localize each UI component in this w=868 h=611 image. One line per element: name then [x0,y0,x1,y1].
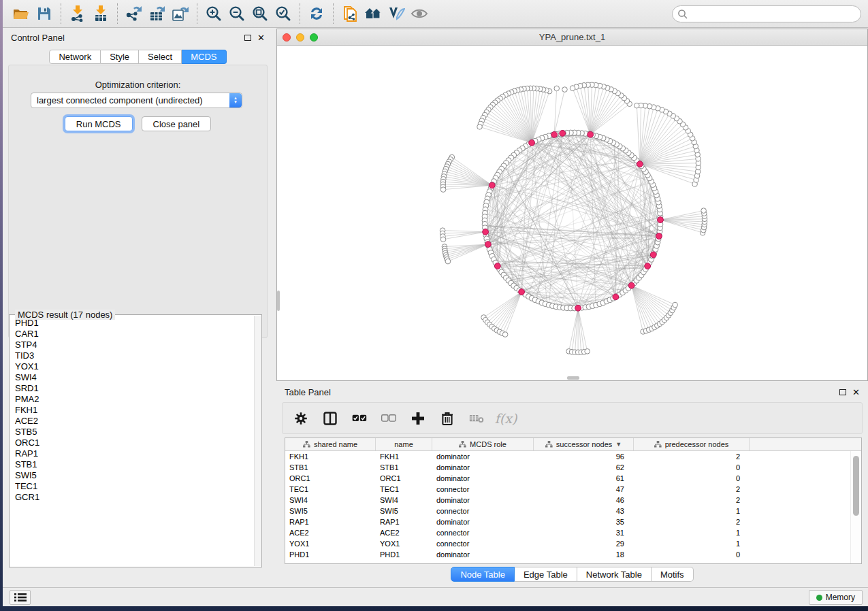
table-row[interactable]: RAP1RAP1dominator352 [285,516,861,527]
table-cell[interactable]: dominator [432,549,534,560]
network-node[interactable] [701,208,707,214]
open-file-icon[interactable] [10,3,33,24]
table-cell[interactable]: 1 [634,538,750,549]
float-table-panel-icon[interactable] [839,389,846,395]
export-table-icon[interactable] [146,3,169,24]
table-cell[interactable]: connector [432,538,534,549]
mcds-result-item[interactable]: ACE2 [10,416,253,427]
table-cell[interactable]: dominator [432,473,534,484]
table-cell[interactable]: 35 [534,516,634,527]
mcds-result-item[interactable]: YOX1 [10,361,253,372]
mcds-hub-node[interactable] [489,182,495,188]
column-header-successor-nodes[interactable]: successor nodes▼ [534,438,634,450]
mcds-hub-node[interactable] [483,229,489,235]
search-input[interactable] [690,9,847,19]
style-vision-icon[interactable] [385,3,408,24]
mcds-hub-node[interactable] [519,289,525,295]
tab-mcds[interactable]: MCDS [182,50,226,64]
network-node[interactable] [440,187,446,193]
table-cell[interactable]: PHD1 [376,549,432,560]
table-cell[interactable]: 0 [634,549,750,560]
table-cell[interactable]: 43 [534,506,634,516]
memory-button[interactable]: Memory [809,590,863,605]
table-cell[interactable]: RAP1 [376,516,432,527]
mcds-hub-node[interactable] [650,252,656,258]
mcds-hub-node[interactable] [494,263,500,269]
table-cell[interactable]: 1 [634,506,750,516]
mcds-hub-node[interactable] [485,242,491,248]
table-cell[interactable]: 62 [534,462,634,473]
export-image-icon[interactable] [169,3,192,24]
table-row[interactable]: ACE2ACE2connector311 [285,527,861,538]
table-cell[interactable]: dominator [432,451,534,462]
hide-eye-icon[interactable] [408,3,431,24]
run-mcds-button[interactable]: Run MCDS [65,116,133,131]
table-cell[interactable]: FKH1 [285,451,376,462]
mcds-result-scrollbar[interactable] [254,316,261,566]
table-cell[interactable]: connector [432,484,534,495]
network-node[interactable] [445,259,451,264]
refresh-layout-icon[interactable] [305,3,328,24]
export-network-icon[interactable] [123,3,146,24]
table-row[interactable]: FKH1FKH1dominator962 [285,451,861,462]
network-node[interactable] [440,237,446,242]
delete-column-icon[interactable] [440,411,455,426]
deselect-all-icon[interactable] [381,411,396,426]
mcds-hub-node[interactable] [637,161,643,167]
mcds-result-item[interactable]: TEC1 [10,481,253,492]
mcds-result-item[interactable]: PHD1 [10,318,253,329]
table-scrollbar-thumb[interactable] [853,456,859,516]
mcds-hub-node[interactable] [658,217,664,223]
mcds-result-item[interactable]: SWI4 [10,372,253,383]
table-row[interactable]: SWI5SWI5connector431 [285,506,861,516]
table-cell[interactable]: FKH1 [376,451,432,462]
table-cell[interactable]: 46 [534,495,634,506]
network-node[interactable] [477,125,483,130]
mcds-result-item[interactable]: SRD1 [10,383,253,394]
table-cell[interactable]: SWI4 [285,495,376,506]
table-cell[interactable]: 61 [534,473,634,484]
table-cell[interactable]: RAP1 [285,516,376,527]
table-cell[interactable]: 2 [634,516,750,527]
mcds-result-item[interactable]: RAP1 [10,448,253,459]
search-field[interactable] [672,5,861,22]
table-cell[interactable]: 2 [634,484,750,495]
table-cell[interactable]: 1 [634,527,750,538]
table-cell[interactable]: 0 [634,462,750,473]
select-all-icon[interactable] [352,411,367,426]
column-header-name[interactable]: name [376,438,432,450]
mcds-result-item[interactable]: GCR1 [10,492,253,503]
mcds-result-item[interactable]: PMA2 [10,394,253,405]
table-cell[interactable]: 96 [534,451,634,462]
mcds-hub-node[interactable] [588,131,594,137]
zoom-fit-icon[interactable] [248,3,272,24]
table-cell[interactable]: PHD1 [285,549,376,560]
tab-network[interactable]: Network [49,50,101,64]
mcds-result-item[interactable]: STP4 [10,340,253,350]
column-header-predecessor-nodes[interactable]: predecessor nodes [634,438,750,450]
mcds-result-item[interactable]: TID3 [10,350,253,361]
mcds-hub-node[interactable] [628,282,634,288]
network-node[interactable] [585,349,590,354]
mcds-result-item[interactable]: ORC1 [10,437,253,448]
table-cell[interactable]: 0 [634,473,750,484]
task-history-button[interactable] [10,590,31,605]
add-column-icon[interactable] [411,411,425,426]
table-cell[interactable]: SWI4 [376,495,432,506]
mcds-result-item[interactable]: STB1 [10,459,253,470]
table-cell[interactable]: dominator [432,495,534,506]
table-cell[interactable]: 29 [534,538,634,549]
table-cell[interactable]: YOX1 [285,538,376,549]
delete-table-icon[interactable] [469,411,484,426]
table-cell[interactable]: STB1 [376,462,432,473]
close-table-panel-icon[interactable]: ✕ [852,388,860,397]
table-row[interactable]: PHD1PHD1dominator180 [285,549,861,560]
network-node[interactable] [502,332,508,337]
table-cell[interactable]: 2 [634,451,750,462]
table-cell[interactable]: SWI5 [376,506,432,516]
table-cell[interactable]: ORC1 [285,473,376,484]
column-header-MCDS-role[interactable]: MCDS role [432,438,534,450]
mcds-result-item[interactable]: CAR1 [10,329,253,340]
tab-network-table[interactable]: Network Table [577,567,652,582]
mcds-hub-node[interactable] [551,131,558,137]
